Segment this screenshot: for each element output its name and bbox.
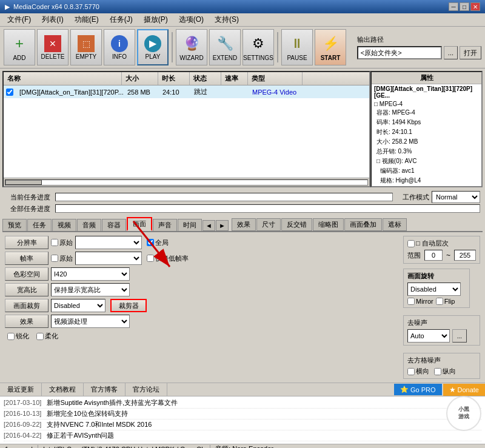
delete-button[interactable]: ✕ DELETE: [37, 29, 69, 65]
resolution-select[interactable]: [75, 236, 142, 249]
soften-check[interactable]: 柔化: [36, 332, 58, 341]
col-header-speed[interactable]: 速率: [221, 72, 248, 85]
tab-deinterlace[interactable]: 反交错: [281, 218, 312, 231]
all-progress-bar: [55, 204, 480, 213]
tab-container[interactable]: 容器: [102, 219, 126, 231]
aspect-ratio-select[interactable]: 保持显示宽高比 原始 4:3 16:9: [51, 283, 130, 296]
flip-check[interactable]: Flip: [436, 298, 455, 305]
resolution-button[interactable]: 分辨率: [5, 236, 48, 249]
watermark: 小黑游戏: [446, 396, 481, 431]
wizard-button[interactable]: 🔮 WIZARD: [176, 29, 207, 65]
bottom-tab-updates[interactable]: 最近更新: [0, 383, 42, 396]
fullscreen-check[interactable]: 全局: [147, 238, 169, 247]
bottom-tab-forum[interactable]: 官方论坛: [125, 383, 167, 396]
menu-task[interactable]: 任务(J): [105, 13, 138, 26]
vertical-deblock-check[interactable]: 纵向: [434, 367, 456, 376]
auto-deinterlace-check[interactable]: □ 自动层次: [407, 239, 449, 248]
framerate-select[interactable]: [75, 252, 142, 265]
minimize-button[interactable]: ─: [449, 2, 458, 11]
denoise-settings-button[interactable]: ...: [452, 329, 467, 343]
tab-prev-arrow[interactable]: ◄: [202, 220, 215, 231]
settings-button[interactable]: ⚙ SETTINGS: [242, 29, 274, 65]
menu-function[interactable]: 功能(E): [70, 13, 104, 26]
sharpen-checkbox[interactable]: [7, 333, 15, 340]
add-button[interactable]: + ADD: [4, 29, 35, 65]
close-button[interactable]: ✕: [470, 2, 480, 11]
output-path-input[interactable]: [357, 46, 442, 59]
file-checkbox[interactable]: [6, 89, 13, 96]
rotation-select[interactable]: Disabled 90 CW 90 CCW 180: [407, 283, 461, 296]
extend-button[interactable]: 🔧 EXTEND: [209, 29, 241, 65]
tab-size[interactable]: 尺寸: [256, 218, 281, 231]
fullscreen-checkbox[interactable]: [147, 239, 154, 246]
play-button[interactable]: ▶ PLAY: [137, 29, 169, 65]
empty-button[interactable]: ⬚ EMPTY: [70, 29, 102, 65]
output-browse-button[interactable]: ...: [444, 46, 458, 59]
reduce-framerate-checkbox[interactable]: [147, 255, 154, 262]
vertical-deblock-checkbox[interactable]: [434, 368, 441, 375]
col-header-size[interactable]: 大小: [122, 72, 158, 85]
menu-playback[interactable]: 摄放(P): [139, 13, 173, 26]
output-open-button[interactable]: 打开: [460, 46, 481, 59]
framerate-button[interactable]: 帧率: [5, 252, 48, 265]
donate-button[interactable]: ★ Donate: [443, 384, 485, 396]
tab-thumbnail[interactable]: 缩略图: [313, 218, 344, 231]
effect-button[interactable]: 效果: [5, 315, 48, 328]
range-min-input[interactable]: [424, 250, 443, 261]
mirror-checkbox[interactable]: [407, 298, 415, 305]
col-header-name[interactable]: 名称: [4, 72, 122, 85]
news-item: [2016-10-13] 新增完全10位色深转码支持: [4, 409, 481, 420]
file-size: 258 MB: [124, 88, 159, 96]
mirror-check[interactable]: Mirror: [407, 298, 433, 305]
tab-preview[interactable]: 预览: [2, 219, 27, 231]
prop-item: □ MPEG-4: [372, 100, 481, 108]
bottom-tab-docs[interactable]: 文档教程: [42, 383, 84, 396]
tab-overlay[interactable]: 画面叠加: [344, 218, 382, 231]
tab-video[interactable]: 视频: [52, 219, 76, 231]
tab-effects[interactable]: 效果: [232, 218, 256, 231]
info-button[interactable]: i INFO: [104, 29, 135, 65]
col-header-duration[interactable]: 时长: [158, 72, 190, 85]
range-max-input[interactable]: [454, 250, 476, 261]
tab-sound[interactable]: 声音: [153, 219, 177, 231]
col-header-type[interactable]: 类型: [248, 72, 303, 85]
aspect-ratio-button[interactable]: 宽高比: [5, 283, 48, 296]
framerate-original-check[interactable]: 原始: [51, 254, 73, 263]
work-mode-select[interactable]: Normal Fast Slow: [432, 191, 480, 203]
auto-deinterlace-checkbox[interactable]: [407, 240, 415, 247]
crop-button[interactable]: 画面裁剪: [5, 299, 48, 312]
resolution-original-check[interactable]: 原始: [51, 238, 73, 247]
tab-next-arrow[interactable]: ►: [216, 220, 229, 231]
menu-list[interactable]: 列表(I): [37, 13, 68, 26]
tab-audio[interactable]: 音频: [77, 219, 101, 231]
soften-checkbox[interactable]: [36, 333, 44, 340]
menu-options[interactable]: 选项(O): [174, 13, 209, 26]
col-header-status[interactable]: 状态: [190, 72, 221, 85]
prop-item: 码率: 1362 Kbps: [372, 186, 481, 187]
framerate-original-checkbox[interactable]: [51, 255, 58, 262]
tab-mask[interactable]: 遮标: [383, 218, 407, 231]
table-row[interactable]: [DMG][Attack_on_Titan][31][720P... 258 M…: [4, 85, 369, 98]
denoise-select[interactable]: Auto Off Light Medium Strong: [407, 329, 450, 343]
flip-checkbox[interactable]: [436, 298, 443, 305]
start-button[interactable]: ⚡ START: [315, 29, 346, 65]
crop-select[interactable]: Disabled Enabled: [51, 299, 105, 312]
crop-editor-button[interactable]: 裁剪器: [110, 299, 147, 312]
menu-file[interactable]: 文件(F): [2, 13, 36, 26]
colorspace-button[interactable]: 色彩空间: [5, 267, 48, 281]
maximize-button[interactable]: □: [460, 2, 469, 11]
menu-support[interactable]: 支持(S): [210, 13, 244, 26]
tab-time[interactable]: 时间: [178, 219, 202, 231]
tab-picture[interactable]: 画面: [127, 217, 152, 231]
colorspace-select[interactable]: I420 YUV420 RGB: [51, 267, 130, 281]
effect-select[interactable]: 视频源处理 无: [51, 315, 130, 328]
gopro-button[interactable]: ⭐ Go PRO: [394, 384, 442, 395]
tab-task[interactable]: 任务: [27, 219, 52, 231]
resolution-original-checkbox[interactable]: [51, 239, 58, 246]
horizontal-deblock-checkbox[interactable]: [407, 368, 415, 375]
horizontal-deblock-check[interactable]: 横向: [407, 367, 429, 376]
bottom-tab-blog[interactable]: 官方博客: [84, 383, 125, 396]
pause-button[interactable]: ⏸ PAUSE: [281, 29, 313, 65]
sharpen-check[interactable]: 锐化: [7, 332, 29, 341]
reduce-framerate-check[interactable]: 仅降低帧率: [147, 254, 189, 263]
